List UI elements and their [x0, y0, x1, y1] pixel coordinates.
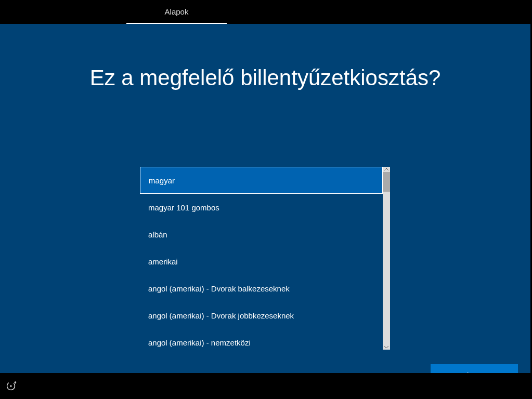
list-item[interactable]: angol (amerikai) - Dvorak balkezeseknek: [140, 275, 383, 302]
keyboard-layout-list[interactable]: magyarmagyar 101 gombosalbánamerikaiango…: [140, 167, 383, 350]
scroll-thumb[interactable]: [383, 172, 390, 192]
main-area: Ez a megfelelő billentyűzetkiosztás? mag…: [0, 24, 532, 373]
list-item[interactable]: angol (amerikai) - nemzetközi: [140, 329, 383, 350]
page-title: Ez a megfelelő billentyűzetkiosztás?: [0, 65, 530, 90]
keyboard-layout-list-wrap: magyarmagyar 101 gombosalbánamerikaiango…: [140, 167, 390, 350]
list-item[interactable]: angol (amerikai) - Dvorak jobbkezeseknek: [140, 302, 383, 329]
list-item-label: albán: [148, 230, 167, 239]
bottom-bar: [0, 373, 532, 399]
tab-basics[interactable]: Alapok: [126, 0, 227, 24]
scroll-track[interactable]: [383, 172, 390, 344]
top-bar: Alapok: [0, 0, 532, 24]
list-item-label: magyar 101 gombos: [148, 203, 219, 212]
accessibility-icon[interactable]: [6, 380, 17, 391]
list-item[interactable]: amerikai: [140, 248, 383, 275]
scrollbar[interactable]: [383, 167, 390, 350]
list-item-label: angol (amerikai) - Dvorak jobbkezeseknek: [148, 311, 294, 320]
scroll-up-arrow-icon[interactable]: [383, 167, 390, 172]
list-item-label: amerikai: [148, 257, 178, 266]
list-item-label: angol (amerikai) - Dvorak balkezeseknek: [148, 284, 290, 293]
scroll-down-arrow-icon[interactable]: [383, 344, 390, 350]
list-item-label: magyar: [149, 176, 175, 185]
svg-point-1: [10, 385, 11, 387]
list-item[interactable]: magyar: [140, 167, 383, 194]
list-item[interactable]: magyar 101 gombos: [140, 194, 383, 221]
tab-basics-label: Alapok: [165, 7, 189, 16]
list-item[interactable]: albán: [140, 221, 383, 248]
list-item-label: angol (amerikai) - nemzetközi: [148, 338, 251, 347]
